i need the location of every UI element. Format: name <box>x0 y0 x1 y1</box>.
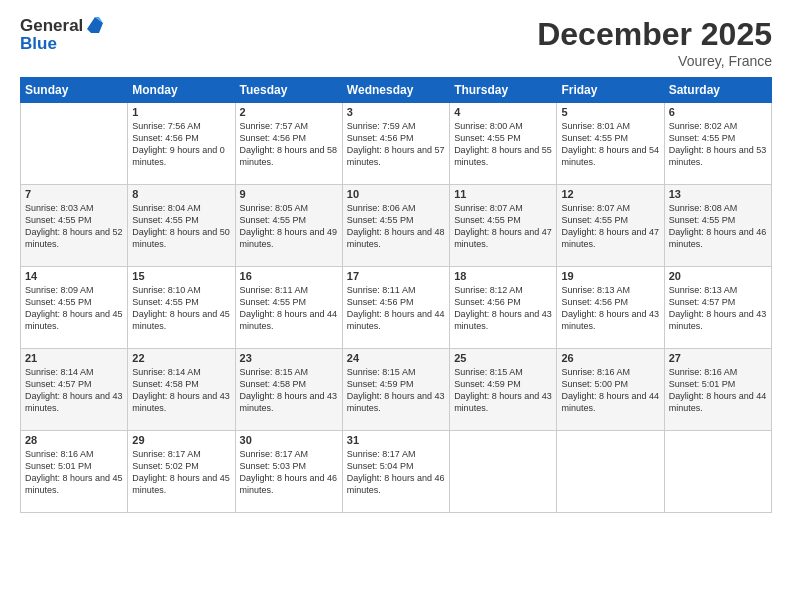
calendar-cell: 5Sunrise: 8:01 AMSunset: 4:55 PMDaylight… <box>557 103 664 185</box>
day-number: 7 <box>25 188 123 200</box>
day-info: Sunrise: 8:15 AMSunset: 4:59 PMDaylight:… <box>454 366 552 415</box>
col-thursday: Thursday <box>450 78 557 103</box>
calendar-cell: 3Sunrise: 7:59 AMSunset: 4:56 PMDaylight… <box>342 103 449 185</box>
day-number: 9 <box>240 188 338 200</box>
col-tuesday: Tuesday <box>235 78 342 103</box>
day-number: 21 <box>25 352 123 364</box>
calendar-cell: 16Sunrise: 8:11 AMSunset: 4:55 PMDayligh… <box>235 267 342 349</box>
day-number: 8 <box>132 188 230 200</box>
calendar-cell: 13Sunrise: 8:08 AMSunset: 4:55 PMDayligh… <box>664 185 771 267</box>
calendar-cell: 9Sunrise: 8:05 AMSunset: 4:55 PMDaylight… <box>235 185 342 267</box>
calendar-cell: 6Sunrise: 8:02 AMSunset: 4:55 PMDaylight… <box>664 103 771 185</box>
day-number: 1 <box>132 106 230 118</box>
calendar-week-2: 7Sunrise: 8:03 AMSunset: 4:55 PMDaylight… <box>21 185 772 267</box>
logo-general-text: General <box>20 16 83 36</box>
day-info: Sunrise: 8:12 AMSunset: 4:56 PMDaylight:… <box>454 284 552 333</box>
calendar-cell: 8Sunrise: 8:04 AMSunset: 4:55 PMDaylight… <box>128 185 235 267</box>
day-number: 6 <box>669 106 767 118</box>
day-info: Sunrise: 8:04 AMSunset: 4:55 PMDaylight:… <box>132 202 230 251</box>
header-row: Sunday Monday Tuesday Wednesday Thursday… <box>21 78 772 103</box>
day-info: Sunrise: 8:13 AMSunset: 4:56 PMDaylight:… <box>561 284 659 333</box>
day-number: 25 <box>454 352 552 364</box>
calendar-cell: 24Sunrise: 8:15 AMSunset: 4:59 PMDayligh… <box>342 349 449 431</box>
logo-icon <box>85 15 105 35</box>
day-number: 29 <box>132 434 230 446</box>
calendar-cell <box>21 103 128 185</box>
day-number: 12 <box>561 188 659 200</box>
calendar-cell: 17Sunrise: 8:11 AMSunset: 4:56 PMDayligh… <box>342 267 449 349</box>
col-friday: Friday <box>557 78 664 103</box>
day-number: 22 <box>132 352 230 364</box>
day-info: Sunrise: 8:17 AMSunset: 5:04 PMDaylight:… <box>347 448 445 497</box>
calendar-cell: 28Sunrise: 8:16 AMSunset: 5:01 PMDayligh… <box>21 431 128 513</box>
calendar-cell: 25Sunrise: 8:15 AMSunset: 4:59 PMDayligh… <box>450 349 557 431</box>
calendar-cell <box>557 431 664 513</box>
day-number: 30 <box>240 434 338 446</box>
day-number: 11 <box>454 188 552 200</box>
day-number: 20 <box>669 270 767 282</box>
day-info: Sunrise: 7:57 AMSunset: 4:56 PMDaylight:… <box>240 120 338 169</box>
logo-blue-text: Blue <box>20 34 105 54</box>
calendar-cell: 26Sunrise: 8:16 AMSunset: 5:00 PMDayligh… <box>557 349 664 431</box>
calendar-week-4: 21Sunrise: 8:14 AMSunset: 4:57 PMDayligh… <box>21 349 772 431</box>
calendar-cell: 12Sunrise: 8:07 AMSunset: 4:55 PMDayligh… <box>557 185 664 267</box>
calendar-cell: 11Sunrise: 8:07 AMSunset: 4:55 PMDayligh… <box>450 185 557 267</box>
calendar-cell: 19Sunrise: 8:13 AMSunset: 4:56 PMDayligh… <box>557 267 664 349</box>
logo: General Blue <box>20 16 105 54</box>
day-number: 16 <box>240 270 338 282</box>
day-info: Sunrise: 8:14 AMSunset: 4:58 PMDaylight:… <box>132 366 230 415</box>
day-number: 18 <box>454 270 552 282</box>
day-number: 23 <box>240 352 338 364</box>
day-info: Sunrise: 8:02 AMSunset: 4:55 PMDaylight:… <box>669 120 767 169</box>
calendar-week-1: 1Sunrise: 7:56 AMSunset: 4:56 PMDaylight… <box>21 103 772 185</box>
day-info: Sunrise: 8:17 AMSunset: 5:02 PMDaylight:… <box>132 448 230 497</box>
day-info: Sunrise: 8:06 AMSunset: 4:55 PMDaylight:… <box>347 202 445 251</box>
calendar-week-5: 28Sunrise: 8:16 AMSunset: 5:01 PMDayligh… <box>21 431 772 513</box>
day-number: 15 <box>132 270 230 282</box>
day-info: Sunrise: 8:10 AMSunset: 4:55 PMDaylight:… <box>132 284 230 333</box>
day-number: 31 <box>347 434 445 446</box>
day-number: 19 <box>561 270 659 282</box>
calendar-cell: 4Sunrise: 8:00 AMSunset: 4:55 PMDaylight… <box>450 103 557 185</box>
calendar-week-3: 14Sunrise: 8:09 AMSunset: 4:55 PMDayligh… <box>21 267 772 349</box>
calendar-cell: 15Sunrise: 8:10 AMSunset: 4:55 PMDayligh… <box>128 267 235 349</box>
day-number: 3 <box>347 106 445 118</box>
calendar-cell: 29Sunrise: 8:17 AMSunset: 5:02 PMDayligh… <box>128 431 235 513</box>
day-info: Sunrise: 8:16 AMSunset: 5:01 PMDaylight:… <box>25 448 123 497</box>
day-number: 13 <box>669 188 767 200</box>
title-block: December 2025 Vourey, France <box>537 16 772 69</box>
month-title: December 2025 <box>537 16 772 53</box>
day-info: Sunrise: 8:11 AMSunset: 4:56 PMDaylight:… <box>347 284 445 333</box>
day-info: Sunrise: 8:07 AMSunset: 4:55 PMDaylight:… <box>454 202 552 251</box>
calendar-cell <box>664 431 771 513</box>
day-info: Sunrise: 8:00 AMSunset: 4:55 PMDaylight:… <box>454 120 552 169</box>
calendar-cell: 31Sunrise: 8:17 AMSunset: 5:04 PMDayligh… <box>342 431 449 513</box>
day-number: 5 <box>561 106 659 118</box>
day-info: Sunrise: 8:08 AMSunset: 4:55 PMDaylight:… <box>669 202 767 251</box>
day-number: 26 <box>561 352 659 364</box>
col-monday: Monday <box>128 78 235 103</box>
day-info: Sunrise: 8:15 AMSunset: 4:59 PMDaylight:… <box>347 366 445 415</box>
day-info: Sunrise: 7:56 AMSunset: 4:56 PMDaylight:… <box>132 120 230 169</box>
calendar-cell: 2Sunrise: 7:57 AMSunset: 4:56 PMDaylight… <box>235 103 342 185</box>
calendar-cell: 30Sunrise: 8:17 AMSunset: 5:03 PMDayligh… <box>235 431 342 513</box>
day-number: 14 <box>25 270 123 282</box>
day-info: Sunrise: 7:59 AMSunset: 4:56 PMDaylight:… <box>347 120 445 169</box>
calendar-table: Sunday Monday Tuesday Wednesday Thursday… <box>20 77 772 513</box>
day-info: Sunrise: 8:09 AMSunset: 4:55 PMDaylight:… <box>25 284 123 333</box>
calendar-cell: 1Sunrise: 7:56 AMSunset: 4:56 PMDaylight… <box>128 103 235 185</box>
day-number: 17 <box>347 270 445 282</box>
day-info: Sunrise: 8:17 AMSunset: 5:03 PMDaylight:… <box>240 448 338 497</box>
calendar-cell <box>450 431 557 513</box>
calendar-cell: 7Sunrise: 8:03 AMSunset: 4:55 PMDaylight… <box>21 185 128 267</box>
calendar-cell: 21Sunrise: 8:14 AMSunset: 4:57 PMDayligh… <box>21 349 128 431</box>
day-number: 10 <box>347 188 445 200</box>
calendar-cell: 20Sunrise: 8:13 AMSunset: 4:57 PMDayligh… <box>664 267 771 349</box>
day-info: Sunrise: 8:13 AMSunset: 4:57 PMDaylight:… <box>669 284 767 333</box>
calendar-cell: 23Sunrise: 8:15 AMSunset: 4:58 PMDayligh… <box>235 349 342 431</box>
day-number: 27 <box>669 352 767 364</box>
day-info: Sunrise: 8:07 AMSunset: 4:55 PMDaylight:… <box>561 202 659 251</box>
day-info: Sunrise: 8:05 AMSunset: 4:55 PMDaylight:… <box>240 202 338 251</box>
day-info: Sunrise: 8:15 AMSunset: 4:58 PMDaylight:… <box>240 366 338 415</box>
col-wednesday: Wednesday <box>342 78 449 103</box>
